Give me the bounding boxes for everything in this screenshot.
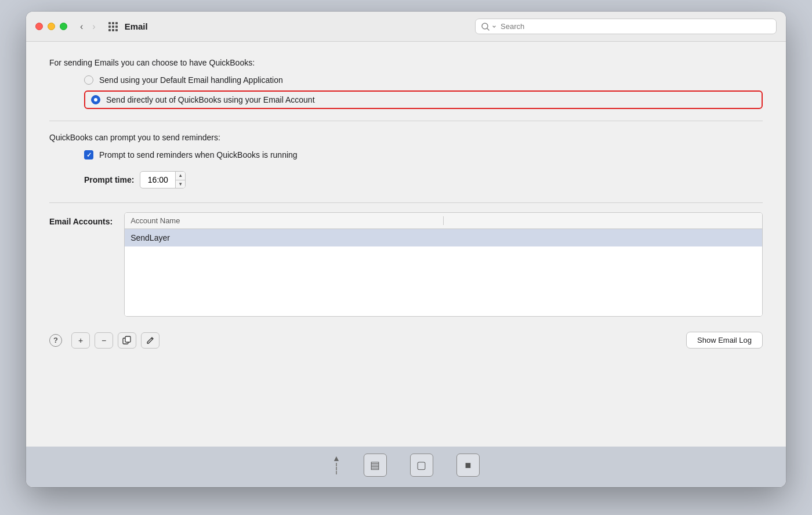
col-right-header (449, 216, 756, 225)
close-button[interactable] (35, 23, 43, 30)
content-area: For sending Emails you can choose to hav… (26, 42, 786, 362)
duplicate-account-button[interactable] (118, 332, 136, 349)
col-account-name-header: Account Name (130, 216, 437, 225)
accounts-table: Account Name SendLayer (124, 212, 763, 317)
add-account-button[interactable]: + (71, 332, 90, 349)
reminders-section: QuickBooks can prompt you to send remind… (49, 133, 763, 188)
svg-line-1 (487, 28, 489, 30)
bottom-bar: ? + − Show Email Log (49, 326, 763, 351)
table-empty-area (125, 246, 762, 316)
reminder-checkbox-label: Prompt to send reminders when QuickBooks… (99, 150, 298, 159)
window-title: Email (125, 21, 148, 31)
back-button[interactable]: ‹ (77, 19, 86, 34)
bottom-icon-3: ■ (456, 454, 480, 477)
main-window: ‹ › Email (26, 12, 786, 487)
minimize-button[interactable] (48, 23, 55, 30)
search-icon (481, 23, 497, 31)
bottom-icon-2: ▢ (410, 454, 433, 477)
forward-button[interactable]: › (89, 19, 99, 34)
radio-default-email[interactable] (84, 75, 93, 85)
time-stepper: ▲ ▼ (175, 172, 185, 188)
dashed-line (336, 463, 337, 474)
bottom-icon-1: ▤ (364, 454, 387, 477)
radio-default-label: Send using your Default Email handling A… (99, 75, 283, 85)
table-row[interactable]: SendLayer (125, 229, 762, 246)
account-name-cell: SendLayer (130, 233, 170, 242)
edit-account-button[interactable] (141, 332, 160, 349)
reminder-checkbox-item: Prompt to send reminders when QuickBooks… (84, 150, 763, 159)
show-email-log-button[interactable]: Show Email Log (686, 332, 763, 349)
time-decrement-button[interactable]: ▼ (176, 180, 185, 188)
radio-direct-email[interactable] (91, 95, 100, 104)
table-header: Account Name (125, 213, 762, 229)
accounts-label: Email Accounts: (49, 212, 113, 317)
titlebar: ‹ › Email (26, 12, 786, 42)
reminders-description: QuickBooks can prompt you to send remind… (49, 133, 763, 142)
reminder-checkbox[interactable] (84, 150, 93, 159)
email-accounts-section: Email Accounts: Account Name SendLayer (49, 212, 763, 317)
search-box[interactable] (475, 19, 777, 34)
maximize-button[interactable] (60, 23, 67, 30)
remove-account-button[interactable]: − (95, 332, 113, 349)
arrow-up-area: ▲ (332, 454, 340, 474)
nav-buttons: ‹ › (77, 19, 99, 34)
arrow-up-icon: ▲ (332, 454, 340, 463)
traffic-lights (35, 23, 67, 30)
prompt-time-label: Prompt time: (84, 175, 134, 184)
help-button[interactable]: ? (49, 334, 62, 347)
checkbox-group: Prompt to send reminders when QuickBooks… (49, 150, 763, 188)
section-divider-2 (49, 202, 763, 203)
search-input[interactable] (501, 22, 770, 31)
radio-direct-label: Send directly out of QuickBooks using yo… (106, 95, 315, 104)
time-input-wrap: ▲ ▼ (140, 171, 186, 188)
edit-icon (146, 336, 155, 344)
window-bottom-area: ▲ ▤ ▢ ■ (26, 447, 786, 487)
duplicate-icon (122, 336, 132, 345)
radio-item-default: Send using your Default Email handling A… (84, 75, 763, 85)
section-divider-1 (49, 121, 763, 121)
prompt-time-row: Prompt time: ▲ ▼ (84, 171, 763, 188)
email-method-section: For sending Emails you can choose to hav… (49, 58, 763, 109)
email-method-description: For sending Emails you can choose to hav… (49, 58, 763, 67)
time-increment-button[interactable]: ▲ (176, 172, 185, 180)
radio-item-direct-highlighted: Send directly out of QuickBooks using yo… (84, 90, 763, 109)
time-input[interactable] (140, 173, 175, 186)
radio-group: Send using your Default Email handling A… (49, 75, 763, 109)
grid-icon[interactable] (108, 22, 118, 31)
svg-rect-3 (125, 336, 130, 342)
